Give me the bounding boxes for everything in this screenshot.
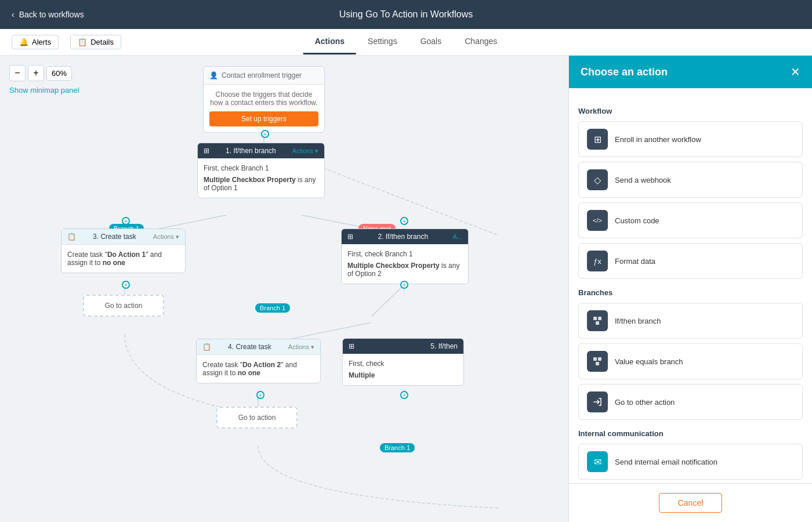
- connector-create3-below[interactable]: +: [122, 281, 130, 289]
- ifthen1-icon: ⊞: [204, 147, 209, 155]
- main-area: − + 60% Show minimap panel: [0, 56, 812, 522]
- setup-triggers-button[interactable]: Set up triggers: [209, 111, 318, 126]
- ifthen-icon: [587, 310, 608, 331]
- action-goto-label: Go to other action: [615, 398, 675, 407]
- back-label: Back to workflows: [19, 10, 84, 19]
- tabs-bar: 🔔 Alerts 📋 Details Actions Settings Goal…: [0, 29, 812, 56]
- branch-label-1c: Branch 1: [255, 303, 290, 313]
- goto-action-node-2: Go to action: [216, 407, 298, 429]
- ifthen-node-1: ⊞ 1. If/then branch Actions ▾ First, che…: [197, 143, 325, 198]
- action-ifthen-branch[interactable]: If/then branch: [578, 303, 803, 339]
- app-header: ‹ Back to workflows Using Go To Action i…: [0, 0, 812, 29]
- create3-actions[interactable]: Actions ▾: [153, 233, 179, 241]
- create-task-3: 📋 3. Create task Actions ▾ Create task "…: [61, 229, 186, 273]
- section-branches-label: Branches: [578, 288, 803, 297]
- details-icon: 📋: [78, 38, 87, 46]
- connector-ifthen2-below[interactable]: +: [400, 281, 408, 289]
- zoom-level: 60%: [46, 66, 72, 81]
- svg-rect-12: [598, 357, 601, 361]
- ifthen1-body: First, check Branch 1 Multiple Checkbox …: [198, 158, 324, 198]
- canvas-controls: − + 60%: [9, 65, 72, 81]
- panel-close-button[interactable]: ✕: [791, 65, 800, 79]
- svg-line-4: [371, 283, 406, 317]
- ifthen5-check: First, check: [349, 360, 458, 368]
- action-enroll-workflow[interactable]: ⊞ Enroll in another workflow: [578, 121, 803, 157]
- action-send-webhook[interactable]: ◇ Send a webhook: [578, 162, 803, 198]
- svg-rect-8: [593, 317, 597, 320]
- zoom-out-button[interactable]: −: [9, 65, 26, 81]
- cancel-button[interactable]: Cancel: [659, 493, 723, 513]
- panel-header: Choose an action ✕: [569, 56, 812, 88]
- action-format-data[interactable]: ƒx Format data: [578, 243, 803, 279]
- action-value-label: Value equals branch: [615, 357, 683, 366]
- action-value-branch[interactable]: Value equals branch: [578, 343, 803, 379]
- back-arrow-icon: ‹: [12, 10, 14, 19]
- tab-goals[interactable]: Goals: [409, 30, 454, 55]
- ifthen5-header: ⊞ 5. If/then: [343, 339, 463, 354]
- trigger-icon: 👤: [209, 71, 218, 79]
- connector-ifthen5-below[interactable]: +: [400, 391, 408, 399]
- action-internal-email-label: Send internal email notification: [615, 458, 717, 466]
- code-icon: </>: [587, 210, 608, 231]
- section-internal-comm: Internal communication ✉ Send internal e…: [578, 429, 803, 483]
- details-button[interactable]: 📋 Details: [70, 35, 121, 49]
- ifthen5-body: First, check Multiple: [343, 354, 463, 385]
- connector-branch1-left[interactable]: +: [122, 217, 130, 225]
- ifthen-node-2: ⊞ 2. If/then branch A... First, check Br…: [341, 229, 469, 284]
- panel-footer: Cancel: [569, 483, 812, 522]
- ifthen1-header: ⊞ 1. If/then branch Actions ▾: [198, 143, 324, 158]
- create3-icon: 📋: [67, 233, 76, 241]
- section-workflow-label: Workflow: [578, 107, 803, 115]
- action-webhook-label: Send a webhook: [615, 176, 671, 184]
- page-title: Using Go To Action in Workflows: [339, 9, 473, 20]
- svg-rect-11: [593, 357, 597, 361]
- ifthen1-actions[interactable]: Actions ▾: [292, 147, 318, 155]
- create3-header: 📋 3. Create task Actions ▾: [61, 229, 185, 245]
- svg-rect-9: [598, 317, 601, 320]
- ifthen2-check: First, check Branch 1: [347, 250, 462, 258]
- ifthen-node-5: ⊞ 5. If/then First, check Multiple: [342, 338, 464, 386]
- create4-icon: 📋: [202, 343, 211, 351]
- workflow-icon: ⊞: [587, 129, 608, 150]
- action-custom-code[interactable]: </> Custom code: [578, 202, 803, 238]
- ifthen1-condition: Multiple Checkbox Property is any of Opt…: [204, 176, 318, 192]
- ifthen2-actions[interactable]: A...: [452, 233, 462, 240]
- connector-trigger-ifthen[interactable]: +: [261, 130, 269, 138]
- email-notif-icon: ✉: [587, 451, 608, 472]
- action-enroll-label: Enroll in another workflow: [615, 135, 701, 144]
- trigger-header: 👤 Contact enrollment trigger: [204, 67, 324, 85]
- goto-action-node-1: Go to action: [83, 295, 164, 317]
- goto-icon: [587, 392, 608, 412]
- create3-body: Create task "Do Action 1" and assign it …: [61, 245, 185, 273]
- connector-create4-below[interactable]: +: [256, 391, 264, 399]
- panel-body: Workflow ⊞ Enroll in another workflow ◇ …: [569, 88, 812, 483]
- create4-title: 4. Create task: [228, 343, 271, 351]
- zoom-in-button[interactable]: +: [28, 65, 44, 81]
- create-task-4: 📋 4. Create task Actions ▾ Create task "…: [196, 339, 321, 383]
- action-format-label: Format data: [615, 257, 655, 266]
- value-icon: [587, 351, 608, 372]
- back-to-workflows[interactable]: ‹ Back to workflows: [12, 10, 84, 19]
- alerts-icon: 🔔: [19, 38, 28, 46]
- trigger-description: Choose the triggers that decide how a co…: [209, 90, 318, 107]
- minimap-link[interactable]: Show minimap panel: [9, 86, 79, 95]
- action-goto[interactable]: Go to other action: [578, 384, 803, 420]
- choose-action-panel: Choose an action ✕ Workflow ⊞ Enroll in …: [568, 56, 812, 522]
- workflow-canvas: − + 60% Show minimap panel: [0, 56, 568, 522]
- tab-actions[interactable]: Actions: [303, 30, 356, 55]
- ifthen2-condition: Multiple Checkbox Property is any of Opt…: [347, 262, 462, 278]
- tab-changes[interactable]: Changes: [453, 30, 509, 55]
- tab-settings[interactable]: Settings: [356, 30, 409, 55]
- svg-rect-10: [596, 321, 599, 325]
- alerts-button[interactable]: 🔔 Alerts: [12, 35, 59, 49]
- webhook-icon: ◇: [587, 169, 608, 190]
- action-internal-email[interactable]: ✉ Send internal email notification: [578, 444, 803, 480]
- ifthen2-title: 2. If/then branch: [378, 233, 428, 241]
- ifthen2-icon: ⊞: [347, 233, 353, 241]
- connector-branch1-right[interactable]: +: [400, 217, 408, 225]
- goto2-text: Go to action: [238, 414, 276, 422]
- ifthen1-title: 1. If/then branch: [226, 147, 276, 155]
- ifthen2-body: First, check Branch 1 Multiple Checkbox …: [342, 244, 468, 284]
- create4-actions[interactable]: Actions ▾: [288, 343, 314, 351]
- tabs-center: Actions Settings Goals Changes: [303, 30, 509, 55]
